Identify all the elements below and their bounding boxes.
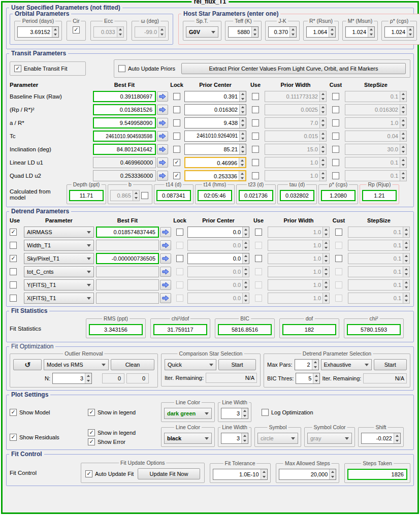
use-prior-checkbox[interactable] [252,106,259,113]
use-prior-checkbox[interactable] [252,146,259,153]
copy-to-prior-button[interactable] [157,118,168,128]
teff-input[interactable]: 5880 [228,26,259,38]
bic-thres-input[interactable]: 5 [296,373,320,384]
spinner-buttons[interactable] [52,27,58,37]
use-detrend-checkbox[interactable] [10,295,17,302]
spinner-buttons[interactable] [312,360,318,370]
detrend-param-dropdown[interactable]: Sky/Pixel_T1 [24,253,94,264]
show-error-checkbox[interactable] [88,438,95,445]
copy-to-prior-button[interactable] [160,227,171,237]
undo-clean-button[interactable]: ↺ [13,359,42,370]
spinner-buttons[interactable] [241,433,248,443]
spinner-buttons[interactable] [239,105,246,115]
spectral-type-dropdown[interactable]: G0V [186,26,218,38]
copy-to-prior-button[interactable] [157,157,168,168]
impact-parameter-checkbox[interactable] [141,192,148,199]
enable-transit-fit-checkbox[interactable] [14,65,21,72]
copy-to-prior-button[interactable] [157,171,168,181]
comparison-start-button[interactable]: Start [218,359,256,370]
auto-update-priors-checkbox[interactable] [118,65,125,72]
residuals-show-in-legend-checkbox[interactable] [88,429,95,436]
copy-to-prior-button[interactable] [157,91,168,102]
custom-step-checkbox[interactable] [335,229,342,236]
max-allowed-steps-input[interactable]: 20,000 [279,469,337,480]
custom-step-checkbox[interactable] [332,172,339,179]
spinner-buttons[interactable] [394,433,400,443]
use-detrend-checkbox[interactable] [10,268,17,275]
copy-to-prior-button[interactable] [160,240,171,250]
detrend-param-dropdown[interactable]: X(FITS)_T1 [24,293,94,304]
prior-center-input[interactable]: 0.253336 [184,170,246,181]
prior-center-input[interactable]: 0.0 [187,253,249,264]
spinner-buttons[interactable] [242,227,249,237]
use-prior-checkbox[interactable] [255,229,262,236]
copy-to-prior-button[interactable] [160,253,171,264]
spinner-buttons[interactable] [239,171,245,180]
spinner-buttons[interactable] [239,91,246,102]
spinner-buttons[interactable] [329,27,335,37]
prior-center-input[interactable]: 85.21 [184,144,246,155]
prior-center-input[interactable]: 0.46996 [184,157,246,168]
detrend-selection-mode-dropdown[interactable]: Exhaustive [321,359,372,370]
spinner-buttons[interactable] [242,253,249,264]
use-prior-checkbox[interactable] [252,93,259,100]
spinner-buttons[interactable] [329,469,336,479]
clean-button[interactable]: Clean [111,359,154,370]
period-input[interactable]: 3.69152 [17,26,59,38]
detrend-selection-start-button[interactable]: Start [374,359,407,370]
spinner-buttons[interactable] [239,158,245,167]
auto-update-fit-checkbox[interactable] [85,470,92,477]
lock-checkbox[interactable] [173,93,180,100]
prior-center-input[interactable]: 0.391 [184,91,246,102]
use-detrend-checkbox[interactable] [10,281,17,288]
update-fit-now-button[interactable]: Update Fit Now [138,468,200,479]
copy-to-prior-button[interactable] [157,144,168,154]
use-prior-checkbox[interactable] [252,133,259,140]
custom-step-checkbox[interactable] [332,133,339,140]
spinner-buttons[interactable] [313,373,319,383]
extract-priors-button[interactable]: Extract Prior Center Values From Light C… [181,63,406,74]
spinner-buttons[interactable] [407,27,413,37]
custom-step-checkbox[interactable] [332,146,339,153]
residuals-line-color-dropdown[interactable]: black [164,433,212,444]
circular-orbit-checkbox[interactable] [73,26,80,34]
mstar-input[interactable]: 1.024 [345,26,375,38]
lock-checkbox[interactable] [173,133,180,140]
lock-checkbox[interactable] [176,229,183,236]
lock-checkbox[interactable] [173,159,180,166]
lock-checkbox[interactable] [173,106,180,113]
spinner-buttons[interactable] [261,469,267,479]
show-residuals-checkbox[interactable] [10,434,17,441]
rho-star-input[interactable]: 1.024 [384,26,414,38]
prior-center-input[interactable]: 2461010.9264091 [184,131,246,142]
use-prior-checkbox[interactable] [255,255,262,262]
lock-checkbox[interactable] [173,146,180,153]
custom-step-checkbox[interactable] [332,159,339,166]
detrend-param-dropdown[interactable]: Y(FITS)_T1 [24,279,94,291]
lock-checkbox[interactable] [173,119,180,126]
prior-center-input[interactable]: 0.0 [187,227,249,238]
lock-checkbox[interactable] [173,172,180,179]
spinner-buttons[interactable] [251,27,258,37]
n-input[interactable]: 3 [52,373,92,384]
log-optimization-checkbox[interactable] [262,409,269,416]
custom-step-checkbox[interactable] [335,255,342,262]
prior-center-input[interactable]: 0.016302 [184,104,246,115]
detrend-param-dropdown[interactable]: tot_C_cnts [24,266,94,277]
custom-step-checkbox[interactable] [332,93,339,100]
fit-tolerance-input[interactable]: 1.0E-10 [213,469,268,480]
copy-to-prior-button[interactable] [160,293,171,303]
spinner-buttons[interactable] [289,27,296,37]
use-prior-checkbox[interactable] [252,159,259,166]
lock-checkbox[interactable] [176,255,183,262]
model-line-color-dropdown[interactable]: dark green [164,408,212,419]
outlier-mode-dropdown[interactable]: Model vs RMS [44,359,109,370]
model-line-width-input[interactable]: 3 [221,408,248,419]
use-prior-checkbox[interactable] [252,119,259,126]
max-pars-input[interactable]: 2 [295,359,319,370]
rstar-input[interactable]: 1.064 [306,26,336,38]
use-detrend-checkbox[interactable] [10,255,17,262]
custom-step-checkbox[interactable] [332,106,339,113]
spinner-buttons[interactable] [368,27,374,37]
residuals-line-width-input[interactable]: 3 [221,433,248,444]
